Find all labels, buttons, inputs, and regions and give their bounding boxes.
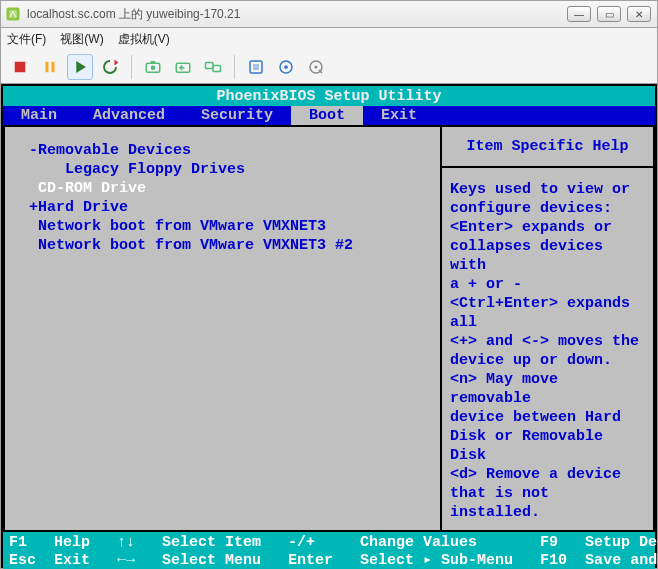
boot-item-net1[interactable]: Network boot from VMware VMXNET3 [38,218,326,235]
fullscreen-button[interactable] [243,54,269,80]
power-off-button[interactable] [7,54,33,80]
close-button[interactable]: ✕ [627,6,651,22]
svg-rect-9 [151,61,156,64]
console-devices-button[interactable] [273,54,299,80]
boot-item-floppy[interactable]: Legacy Floppy Drives [65,161,245,178]
suspend-button[interactable] [37,54,63,80]
toolbar-separator [131,55,132,79]
bios-tab-row: Main Advanced Security Boot Exit [3,106,655,125]
bios-body: -Removable Devices Legacy Floppy Drives … [3,125,655,532]
snapshot-manager-button[interactable] [200,54,226,80]
boot-item-net2[interactable]: Network boot from VMware VMXNET3 #2 [38,237,353,254]
svg-point-8 [151,65,156,70]
svg-marker-6 [115,59,119,65]
vsphere-icon [5,6,21,22]
svg-point-15 [284,65,288,69]
bios-help-body: Keys used to view or configure devices: … [442,168,653,530]
window-titlebar: localhost.sc.com 上的 yuweibing-170.21 — ▭… [0,0,658,28]
boot-item-cdrom-selected[interactable]: CD-ROM Drive [38,180,146,197]
bios-footer-row2: Esc Exit ←→ Select Menu Enter Select ▸ S… [9,552,658,569]
power-on-button[interactable] [67,54,93,80]
bios-footer: F1 Help ↑↓ Select Item -/+ Change Values… [3,532,655,569]
snapshot-revert-button[interactable] [170,54,196,80]
window-title: localhost.sc.com 上的 yuweibing-170.21 [25,6,563,23]
bios-header: PhoenixBIOS Setup Utility [3,86,655,106]
bios-tab-main[interactable]: Main [3,106,75,125]
vm-console[interactable]: PhoenixBIOS Setup Utility Main Advanced … [0,84,658,569]
svg-rect-11 [206,62,214,68]
bios-footer-row1: F1 Help ↑↓ Select Item -/+ Change Values… [9,534,658,551]
svg-rect-3 [46,61,49,72]
bios-help-title: Item Specific Help [442,127,653,166]
snapshot-take-button[interactable] [140,54,166,80]
bios-tab-security[interactable]: Security [183,106,291,125]
menu-file[interactable]: 文件(F) [7,31,46,48]
svg-marker-5 [76,61,86,73]
bios-boot-list[interactable]: -Removable Devices Legacy Floppy Drives … [3,125,440,532]
svg-point-17 [315,65,318,68]
toolbar [0,50,658,84]
reset-button[interactable] [97,54,123,80]
minimize-button[interactable]: — [567,6,591,22]
connect-cd-button[interactable] [303,54,329,80]
boot-item-removable[interactable]: -Removable Devices [29,142,191,159]
bios-tab-boot[interactable]: Boot [291,106,363,125]
menu-vm[interactable]: 虚拟机(V) [118,31,170,48]
bios-tab-exit[interactable]: Exit [363,106,435,125]
maximize-button[interactable]: ▭ [597,6,621,22]
boot-item-harddrive[interactable]: +Hard Drive [29,199,128,216]
window-controls: — ▭ ✕ [567,6,651,22]
svg-rect-2 [15,61,26,72]
toolbar-separator [234,55,235,79]
bios-tab-advanced[interactable]: Advanced [75,106,183,125]
bios-screen: PhoenixBIOS Setup Utility Main Advanced … [3,86,655,566]
menu-view[interactable]: 视图(W) [60,31,103,48]
svg-rect-4 [52,61,55,72]
svg-rect-12 [213,65,221,71]
menubar: 文件(F) 视图(W) 虚拟机(V) [0,28,658,50]
bios-help-panel: Item Specific Help Keys used to view or … [440,125,655,532]
